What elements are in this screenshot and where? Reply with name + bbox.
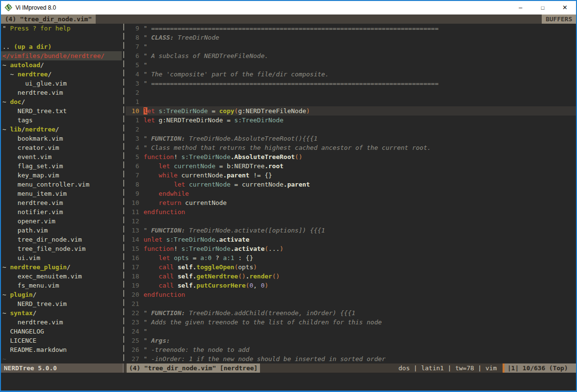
statusline-active-buffer: (4) "tree_dir_node.vim" [nerdtree] — [127, 363, 260, 373]
tree-item[interactable]: CHANGELOG — [2, 327, 122, 336]
code-line[interactable]: 3" FUNCTION: TreeDirNode.AbsoluteTreeRoo… — [126, 134, 576, 143]
code-line[interactable]: 21 — [126, 299, 576, 308]
tree-item[interactable]: ~ — [2, 354, 122, 363]
line-number: 7 — [127, 42, 139, 51]
line-number: 8 — [127, 33, 139, 42]
tree-item[interactable]: .. (up a dir) — [2, 42, 122, 51]
tree-item[interactable]: NERD_tree.vim — [2, 299, 122, 308]
code-line[interactable]: 8" CLASS: TreeDirNode — [126, 33, 576, 42]
line-number: 20 — [127, 290, 139, 299]
line-number: 13 — [127, 226, 139, 235]
tree-item[interactable]: creator.vim — [2, 143, 122, 152]
tree-item[interactable]: ~ doc/ — [2, 97, 122, 106]
tabline-fill — [96, 15, 542, 24]
tree-item[interactable]: ~ syntax/ — [2, 308, 122, 318]
code-line[interactable]: 9" =====================================… — [126, 24, 576, 33]
code-line[interactable]: 6" A subclass of NERDTreeFileNode. — [126, 51, 576, 60]
tree-item[interactable]: ~ autoload/ — [2, 60, 122, 70]
maximize-button[interactable]: □ — [532, 1, 554, 15]
code-line[interactable]: 15function! s:TreeDirNode.activate(...) — [126, 244, 576, 253]
tree-item[interactable]: tree_dir_node.vim — [2, 235, 122, 244]
command-line[interactable] — [1, 373, 576, 391]
tree-item[interactable]: key_map.vim — [2, 171, 122, 180]
line-number: 4 — [127, 70, 139, 79]
tree-item[interactable]: event.vim — [2, 152, 122, 161]
code-line[interactable]: 20endfunction — [126, 290, 576, 299]
line-number: 9 — [127, 24, 139, 33]
code-line[interactable]: 7" — [126, 42, 576, 51]
code-line[interactable]: 4" Class method that returns the highest… — [126, 143, 576, 152]
tree-item[interactable]: nerdtree.vim — [2, 198, 122, 207]
tree-item[interactable] — [2, 33, 122, 42]
code-line[interactable]: 12 — [126, 217, 576, 226]
gvim-window: V Vi IMproved 8.0 – □ ✕ (4) "tree_dir_no… — [0, 0, 577, 392]
close-button[interactable]: ✕ — [554, 1, 576, 15]
line-number: 16 — [127, 253, 139, 262]
code-line-current[interactable]: 10let s:TreeDirNode = copy(g:NERDTreeFil… — [126, 106, 576, 116]
code-line[interactable]: 19 call self.putCursorHere(0, 0) — [126, 281, 576, 290]
tree-item[interactable]: ~ plugin/ — [2, 290, 122, 299]
line-number: 25 — [127, 336, 139, 345]
line-number: 12 — [127, 217, 139, 226]
code-line[interactable]: 25" Args: — [126, 336, 576, 345]
code-line[interactable]: 5" — [126, 60, 576, 70]
code-line[interactable]: 2 — [126, 88, 576, 97]
statusline-nerdtree: NERDTree 5.0.0 — [1, 363, 123, 373]
tree-item[interactable]: flag_set.vim — [2, 161, 122, 171]
code-line[interactable]: 27" -inOrder: 1 if the new node should b… — [126, 354, 576, 363]
code-line[interactable]: 22" FUNCTION: TreeDirNode.addChild(treen… — [126, 308, 576, 318]
tree-item[interactable]: ~ nerdtree_plugin/ — [2, 262, 122, 272]
line-number: 1 — [127, 97, 139, 106]
code-line[interactable]: 11endfunction — [126, 207, 576, 217]
line-number: 19 — [127, 281, 139, 290]
tree-item[interactable]: bookmark.vim — [2, 134, 122, 143]
tree-item[interactable]: tags — [2, 116, 122, 125]
code-line[interactable]: 2 — [126, 125, 576, 134]
code-line[interactable]: 26" -treenode: the node to add — [126, 345, 576, 354]
tree-item[interactable]: ui_glue.vim — [2, 79, 122, 88]
code-line[interactable]: 1let g:NERDTreeDirNode = s:TreeDirNode — [126, 116, 576, 125]
tree-item[interactable]: nerdtree.vim — [2, 318, 122, 327]
code-line[interactable]: 16 let opts = a:0 ? a:1 : {} — [126, 253, 576, 262]
vim-icon: V — [5, 4, 13, 12]
tree-item[interactable]: notifier.vim — [2, 207, 122, 217]
tree-item[interactable]: ~ lib/nerdtree/ — [2, 125, 122, 134]
line-number: 7 — [127, 171, 139, 180]
code-line[interactable]: 24" — [126, 327, 576, 336]
minimize-button[interactable]: – — [509, 1, 532, 15]
code-line[interactable]: 23" Adds the given treenode to the list … — [126, 318, 576, 327]
tree-item[interactable]: menu_controller.vim — [2, 180, 122, 189]
tree-item[interactable]: ui.vim — [2, 253, 122, 262]
tree-item[interactable]: nerdtree.vim — [2, 88, 122, 97]
code-line[interactable]: 3" =====================================… — [126, 79, 576, 88]
code-line[interactable]: 10 return currentNode — [126, 198, 576, 207]
buffers-label[interactable]: BUFFERS — [542, 15, 576, 24]
code-line[interactable]: 14unlet s:TreeDirNode.activate — [126, 235, 576, 244]
code-line[interactable]: 7 while currentNode.parent != {} — [126, 171, 576, 180]
tree-item[interactable]: tree_file_node.vim — [2, 244, 122, 253]
code-line[interactable]: 6 let currentNode = b:NERDTree.root — [126, 161, 576, 171]
code-line[interactable]: 5function! s:TreeDirNode.AbsoluteTreeRoo… — [126, 152, 576, 161]
tree-item[interactable]: menu_item.vim — [2, 189, 122, 198]
code-line[interactable]: 1 — [126, 97, 576, 106]
code-line[interactable]: 18 call self.getNerdtree().render() — [126, 272, 576, 281]
line-number: 14 — [127, 235, 139, 244]
code-line[interactable]: 8 let currentNode = currentNode.parent — [126, 180, 576, 189]
line-number: 5 — [127, 152, 139, 161]
tree-item[interactable]: fs_menu.vim — [2, 281, 122, 290]
tree-item[interactable]: ~ nerdtree/ — [2, 70, 122, 79]
tree-item[interactable]: NERD_tree.txt — [2, 106, 122, 116]
window-separator[interactable] — [122, 24, 126, 363]
code-line[interactable]: 13" FUNCTION: TreeDirNode.activate([opti… — [126, 226, 576, 235]
code-line[interactable]: 17 call self.toggleOpen(opts) — [126, 262, 576, 272]
code-line[interactable]: 4" The 'composite' part of the file/dir … — [126, 70, 576, 79]
tree-root-item[interactable]: </vimfiles/bundle/nerdtree/ — [1, 51, 122, 60]
tree-item[interactable]: " Press ? for help — [2, 24, 122, 33]
tree-item[interactable]: README.markdown — [2, 345, 122, 354]
tree-item[interactable]: path.vim — [2, 226, 122, 235]
tree-item[interactable]: exec_menuitem.vim — [2, 272, 122, 281]
code-line[interactable]: 9 endwhile — [126, 189, 576, 198]
tree-item[interactable]: LICENCE — [2, 336, 122, 345]
tab-tree-dir-node[interactable]: (4) "tree_dir_node.vim" — [1, 15, 96, 24]
tree-item[interactable]: opener.vim — [2, 217, 122, 226]
